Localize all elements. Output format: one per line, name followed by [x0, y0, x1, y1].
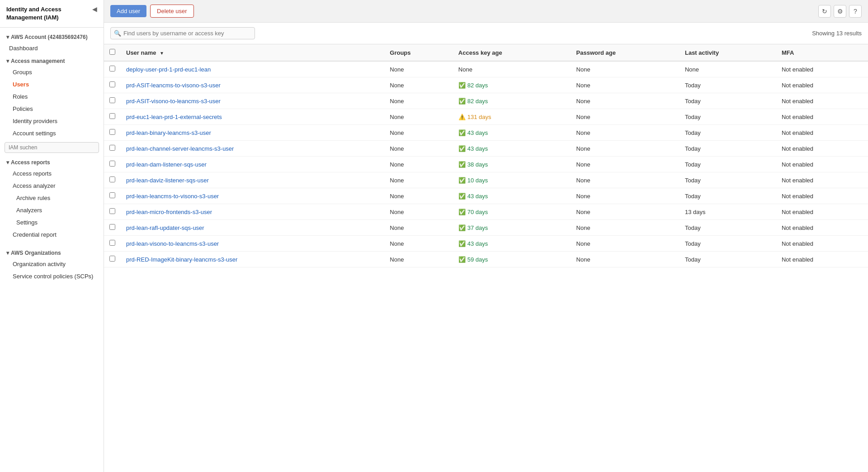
search-input[interactable]	[110, 27, 255, 39]
row-last-activity: Today	[679, 252, 776, 267]
access-management-label[interactable]: ▾ Access management	[0, 54, 104, 66]
select-all-checkbox[interactable]	[109, 49, 115, 55]
row-access-key-age: 38 days	[453, 157, 571, 172]
access-reports-label[interactable]: ▾ Access reports	[0, 156, 104, 167]
row-checkbox-cell	[104, 61, 121, 77]
table-row: prd-lean-rafl-updater-sqs-userNone37 day…	[104, 220, 868, 236]
help-button[interactable]: ?	[849, 5, 862, 18]
row-checkbox[interactable]	[109, 66, 115, 72]
sidebar-item-users[interactable]: Users	[0, 78, 104, 91]
col-password-age[interactable]: Password age	[571, 44, 679, 61]
delete-user-button[interactable]: Delete user	[150, 5, 193, 18]
username-link[interactable]: prd-lean-micro-frontends-s3-user	[126, 209, 212, 215]
sidebar-item-dashboard[interactable]: Dashboard	[0, 42, 104, 54]
access-key-age-badge: 82 days	[458, 82, 488, 89]
row-mfa: Not enabled	[776, 252, 868, 267]
row-checkbox[interactable]	[109, 192, 115, 198]
row-access-key-age: None	[453, 61, 571, 77]
row-checkbox[interactable]	[109, 208, 115, 214]
row-last-activity: Today	[679, 141, 776, 157]
settings-button[interactable]: ⚙	[834, 5, 846, 18]
row-username: prd-lean-binary-leancms-s3-user	[121, 125, 384, 141]
row-checkbox-cell	[104, 157, 121, 172]
sidebar-item-access-reports[interactable]: Access reports	[0, 167, 104, 180]
row-username: prd-RED-ImageKit-binary-leancms-s3-user	[121, 252, 384, 267]
row-checkbox[interactable]	[109, 176, 115, 182]
sidebar-item-roles[interactable]: Roles	[0, 91, 104, 103]
row-checkbox[interactable]	[109, 97, 115, 103]
sidebar-account-section: ▾ AWS Account (424835692476) Dashboard ▾…	[0, 28, 104, 243]
access-key-age-badge: 131 days	[458, 114, 491, 120]
username-link[interactable]: deploy-user-prd-1-prd-euc1-lean	[126, 66, 211, 73]
access-key-age-badge: 70 days	[458, 209, 488, 215]
row-password-age: None	[571, 188, 679, 204]
row-checkbox[interactable]	[109, 145, 115, 151]
sidebar-item-settings[interactable]: Settings	[0, 216, 104, 229]
col-access-key-age[interactable]: Access key age	[453, 44, 571, 61]
username-link[interactable]: prd-RED-ImageKit-binary-leancms-s3-user	[126, 256, 237, 263]
row-checkbox-cell	[104, 236, 121, 252]
row-mfa: Not enabled	[776, 204, 868, 220]
refresh-button[interactable]: ↻	[818, 5, 831, 18]
add-user-button[interactable]: Add user	[110, 5, 146, 17]
row-checkbox[interactable]	[109, 161, 115, 167]
sidebar-search-input[interactable]	[5, 142, 99, 153]
col-mfa[interactable]: MFA	[776, 44, 868, 61]
row-checkbox[interactable]	[109, 129, 115, 135]
access-key-age-badge: 43 days	[458, 145, 488, 152]
row-checkbox[interactable]	[109, 224, 115, 230]
row-checkbox[interactable]	[109, 81, 115, 87]
sidebar-item-credential-report[interactable]: Credential report	[0, 229, 104, 241]
username-link[interactable]: prd-lean-dam-listener-sqs-user	[126, 161, 207, 168]
col-last-activity[interactable]: Last activity	[679, 44, 776, 61]
username-link[interactable]: prd-lean-channel-server-leancms-s3-user	[126, 145, 234, 152]
row-checkbox-cell	[104, 188, 121, 204]
col-username[interactable]: User name ▼	[121, 44, 384, 61]
row-checkbox[interactable]	[109, 240, 115, 246]
row-username: prd-lean-dam-listener-sqs-user	[121, 157, 384, 172]
col-groups[interactable]: Groups	[384, 44, 453, 61]
username-link[interactable]: prd-lean-binary-leancms-s3-user	[126, 129, 211, 136]
sidebar-item-groups[interactable]: Groups	[0, 66, 104, 78]
username-link[interactable]: prd-euc1-lean-prd-1-external-secrets	[126, 114, 222, 120]
users-table: User name ▼ Groups Access key age Passwo…	[104, 44, 868, 267]
username-link[interactable]: prd-ASIT-leancms-to-visono-s3-user	[126, 82, 221, 89]
table-row: prd-lean-daviz-listener-sqs-userNone10 d…	[104, 172, 868, 188]
sidebar-org-label[interactable]: ▾ AWS Organizations	[0, 246, 104, 258]
sidebar-account-label[interactable]: ▾ AWS Account (424835692476)	[0, 30, 104, 42]
row-groups: None	[384, 157, 453, 172]
row-access-key-age: 43 days	[453, 141, 571, 157]
sidebar-item-scp[interactable]: Service control policies (SCPs)	[0, 270, 104, 282]
sidebar-item-account-settings[interactable]: Account settings	[0, 127, 104, 139]
username-link[interactable]: prd-ASIT-visono-to-leancms-s3-user	[126, 98, 221, 105]
access-key-age-badge: 37 days	[458, 224, 488, 231]
table-row: prd-euc1-lean-prd-1-external-secretsNone…	[104, 109, 868, 125]
username-link[interactable]: prd-lean-daviz-listener-sqs-user	[126, 177, 209, 184]
username-link[interactable]: prd-lean-visono-to-leancms-s3-user	[126, 240, 219, 247]
sidebar-item-org-activity[interactable]: Organization activity	[0, 258, 104, 270]
row-username: prd-lean-visono-to-leancms-s3-user	[121, 236, 384, 252]
sidebar-item-archive-rules[interactable]: Archive rules	[0, 192, 104, 204]
sidebar-item-identity-providers[interactable]: Identity providers	[0, 115, 104, 127]
search-input-wrap: 🔍	[110, 27, 255, 39]
row-checkbox[interactable]	[109, 256, 115, 262]
sidebar-item-analyzers[interactable]: Analyzers	[0, 204, 104, 216]
sidebar-item-policies[interactable]: Policies	[0, 103, 104, 115]
row-groups: None	[384, 220, 453, 236]
username-link[interactable]: prd-lean-rafl-updater-sqs-user	[126, 224, 204, 231]
row-checkbox[interactable]	[109, 113, 115, 119]
row-mfa: Not enabled	[776, 93, 868, 109]
row-groups: None	[384, 252, 453, 267]
results-count: Showing 13 results	[812, 30, 862, 37]
row-username: prd-ASIT-visono-to-leancms-s3-user	[121, 93, 384, 109]
row-username: prd-ASIT-leancms-to-visono-s3-user	[121, 77, 384, 93]
username-link[interactable]: prd-lean-leancms-to-visono-s3-user	[126, 193, 219, 200]
row-access-key-age: 43 days	[453, 125, 571, 141]
row-username: prd-lean-daviz-listener-sqs-user	[121, 172, 384, 188]
sidebar-item-access-analyzer[interactable]: Access analyzer	[0, 180, 104, 192]
sidebar-collapse-button[interactable]: ◀	[92, 5, 97, 13]
row-mfa: Not enabled	[776, 77, 868, 93]
row-groups: None	[384, 77, 453, 93]
toolbar-right-actions: ↻ ⚙ ?	[818, 5, 862, 18]
row-password-age: None	[571, 172, 679, 188]
